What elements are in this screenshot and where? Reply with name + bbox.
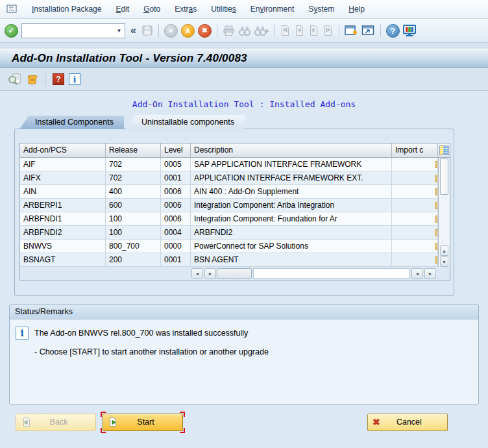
cell-addon[interactable]: ARBERPI1 — [20, 199, 106, 212]
cell-import[interactable] — [392, 212, 438, 226]
menu-installation-package[interactable]: Installation Package — [25, 2, 108, 16]
last-page-icon[interactable] — [323, 25, 334, 36]
cancel-button[interactable]: ✖ Cancel — [367, 414, 448, 431]
table-row[interactable]: AIFX 702 0001 APPLICATION INTERFACE FRAM… — [20, 171, 438, 185]
new-session-icon[interactable] — [345, 25, 358, 36]
cell-addon[interactable]: ARBFNDI1 — [20, 212, 106, 226]
first-page-icon[interactable] — [280, 25, 291, 36]
scroll-left-icon[interactable]: ◄ — [191, 268, 203, 279]
cell-addon[interactable]: BSNAGT — [20, 253, 106, 267]
table-row[interactable]: AIF 702 0005 SAP APPLICATION INTERFACE F… — [20, 158, 438, 171]
scroll-up-icon[interactable]: ▲ — [440, 245, 448, 256]
cell-addon[interactable]: ARBFNDI2 — [20, 226, 106, 240]
column-header-level[interactable]: Level — [161, 143, 191, 158]
cell-level[interactable]: 0004 — [161, 226, 191, 240]
find-next-icon[interactable] — [254, 25, 269, 36]
menu-help[interactable]: Help — [341, 2, 372, 16]
table-row[interactable]: BNWVS 800_700 0000 PowerConnect for SAP … — [20, 240, 438, 253]
cell-release[interactable]: 400 — [106, 185, 161, 199]
tab-installed-components[interactable]: Installed Components — [19, 115, 124, 129]
cell-import[interactable] — [392, 158, 438, 171]
menu-utilities[interactable]: Utilities — [204, 2, 243, 16]
next-page-icon[interactable] — [308, 25, 319, 36]
cell-addon[interactable]: AIFX — [20, 171, 106, 185]
cell-import[interactable] — [392, 226, 438, 240]
cell-import[interactable] — [392, 185, 438, 199]
cell-addon[interactable]: AIN — [20, 185, 106, 199]
table-row[interactable]: ARBERPI1 600 0006 Integration Component:… — [20, 199, 438, 212]
table-row[interactable]: AIN 400 0006 AIN 400 : Add-On Supplement — [20, 185, 438, 199]
cell-addon[interactable]: BNWVS — [20, 240, 106, 253]
help-icon[interactable]: ? — [386, 24, 400, 38]
cell-level[interactable]: 0000 — [161, 240, 191, 253]
menu-edit[interactable]: Edit — [108, 2, 136, 16]
cell-level[interactable]: 0005 — [161, 158, 191, 171]
command-input[interactable] — [22, 24, 114, 38]
horizontal-scrollbar-track[interactable] — [253, 268, 409, 279]
cell-level[interactable]: 0006 — [161, 212, 191, 226]
cell-release[interactable]: 100 — [106, 212, 161, 226]
tab-uninstallable-components[interactable]: Uninstallable components — [126, 115, 245, 129]
previous-page-icon[interactable] — [294, 25, 305, 36]
menu-system[interactable]: System — [301, 2, 341, 16]
cell-import[interactable] — [392, 171, 438, 185]
cell-import[interactable] — [392, 199, 438, 212]
back-button[interactable]: Back — [16, 414, 96, 431]
help-book-icon[interactable]: ? — [53, 73, 64, 85]
start-button[interactable]: Start — [103, 414, 183, 431]
cell-import[interactable] — [392, 240, 438, 253]
cell-release[interactable]: 702 — [106, 171, 161, 185]
column-header-description[interactable]: Description — [191, 143, 392, 158]
system-menu-icon[interactable] — [6, 5, 19, 14]
table-configuration-icon[interactable] — [438, 143, 450, 158]
command-dropdown-icon[interactable]: ▼ — [114, 24, 125, 38]
cell-level[interactable]: 0001 — [161, 253, 191, 267]
menu-extras[interactable]: Extras — [167, 2, 204, 16]
enter-icon[interactable]: ✓ — [5, 24, 18, 38]
menu-goto[interactable]: Goto — [136, 2, 167, 16]
column-header-release[interactable]: Release — [106, 143, 161, 158]
back-icon[interactable]: « — [164, 24, 178, 38]
vertical-scrollbar-thumb[interactable] — [440, 158, 448, 195]
save-icon[interactable] — [141, 25, 153, 36]
cell-release[interactable]: 702 — [106, 158, 161, 171]
logs-icon[interactable] — [26, 73, 39, 86]
cell-description[interactable]: APPLICATION INTERFACE FRAMEWORK EXT. — [191, 171, 392, 185]
column-header-addon[interactable]: Add-on/PCS — [20, 143, 106, 158]
cell-description[interactable]: Integration Component: Ariba Integration — [191, 199, 392, 212]
create-shortcut-icon[interactable] — [361, 25, 375, 36]
cell-description[interactable]: PowerConnect for SAP Solutions — [191, 240, 392, 253]
cancel-icon[interactable]: ✖ — [198, 24, 212, 38]
cell-import[interactable] — [392, 253, 438, 267]
table-row[interactable]: BSNAGT 200 0001 BSN AGENT — [20, 253, 438, 267]
exit-icon[interactable]: ∧ — [181, 24, 195, 38]
display-icon[interactable] — [8, 73, 21, 86]
cell-level[interactable]: 0006 — [161, 185, 191, 199]
cell-release[interactable]: 200 — [106, 253, 161, 267]
cell-level[interactable]: 0001 — [161, 171, 191, 185]
cell-release[interactable]: 600 — [106, 199, 161, 212]
collapse-toolbar-icon[interactable]: « — [128, 25, 138, 36]
print-icon[interactable] — [223, 25, 235, 36]
column-header-import[interactable]: Import c — [392, 143, 438, 158]
cell-description[interactable]: SAP APPLICATION INTERFACE FRAMEWORK — [191, 158, 392, 171]
scroll-right-icon[interactable]: ► — [424, 268, 436, 279]
cell-release[interactable]: 100 — [106, 226, 161, 240]
cell-description[interactable]: ARBFNDI2 — [191, 226, 392, 240]
scroll-right-icon[interactable]: ► — [204, 268, 216, 279]
customize-layout-icon[interactable] — [403, 25, 417, 37]
menu-environment[interactable]: Environment — [243, 2, 301, 16]
table-row[interactable]: ARBFNDI1 100 0006 Integration Component:… — [20, 212, 438, 226]
horizontal-scrollbar-thumb[interactable]: ∙∙∙ — [217, 268, 252, 279]
cell-addon[interactable]: AIF — [20, 158, 106, 171]
cell-description[interactable]: BSN AGENT — [191, 253, 392, 267]
cell-release[interactable]: 800_700 — [106, 240, 161, 253]
scroll-down-icon[interactable]: ▼ — [440, 256, 448, 267]
vertical-scrollbar[interactable]: ▲ ▼ — [438, 158, 450, 267]
table-row[interactable]: ARBFNDI2 100 0004 ARBFNDI2 — [20, 226, 438, 240]
cell-description[interactable]: AIN 400 : Add-On Supplement — [191, 185, 392, 199]
find-icon[interactable] — [238, 25, 251, 36]
cell-level[interactable]: 0006 — [161, 199, 191, 212]
info-icon[interactable]: i — [69, 73, 80, 85]
scroll-left-icon[interactable]: ◄ — [411, 268, 423, 279]
